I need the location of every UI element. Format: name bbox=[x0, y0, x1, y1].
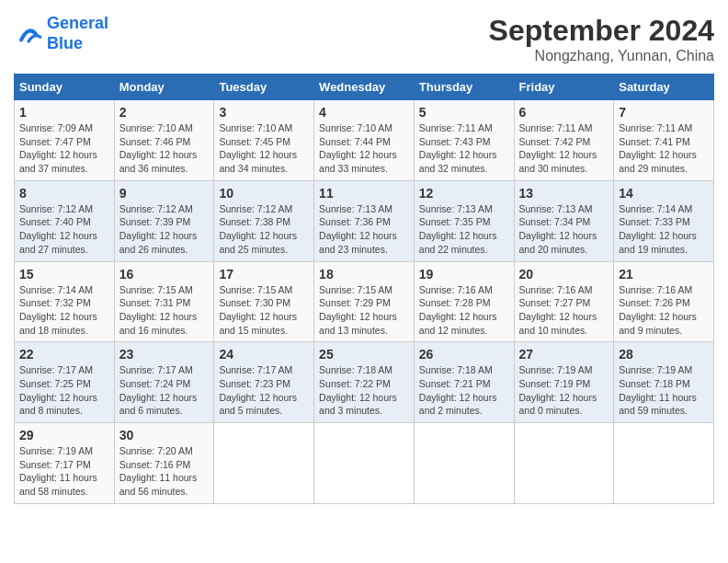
day-info: Sunrise: 7:16 AM Sunset: 7:26 PM Dayligh… bbox=[619, 283, 709, 338]
day-info: Sunrise: 7:15 AM Sunset: 7:31 PM Dayligh… bbox=[119, 283, 210, 338]
calendar-week: 15Sunrise: 7:14 AM Sunset: 7:32 PM Dayli… bbox=[15, 261, 714, 342]
day-number: 7 bbox=[619, 105, 709, 120]
day-info: Sunrise: 7:13 AM Sunset: 7:35 PM Dayligh… bbox=[419, 202, 509, 257]
day-cell: 23Sunrise: 7:17 AM Sunset: 7:24 PM Dayli… bbox=[114, 342, 214, 423]
day-number: 27 bbox=[519, 347, 609, 362]
day-number: 10 bbox=[219, 186, 309, 201]
day-number: 18 bbox=[319, 267, 409, 282]
day-cell: 13Sunrise: 7:13 AM Sunset: 7:34 PM Dayli… bbox=[514, 180, 614, 261]
day-info: Sunrise: 7:11 AM Sunset: 7:42 PM Dayligh… bbox=[519, 121, 609, 176]
day-number: 19 bbox=[419, 267, 509, 282]
day-info: Sunrise: 7:13 AM Sunset: 7:34 PM Dayligh… bbox=[519, 202, 609, 257]
empty-cell bbox=[514, 423, 614, 504]
day-cell: 8Sunrise: 7:12 AM Sunset: 7:40 PM Daylig… bbox=[15, 180, 115, 261]
day-info: Sunrise: 7:10 AM Sunset: 7:46 PM Dayligh… bbox=[119, 121, 210, 176]
day-info: Sunrise: 7:19 AM Sunset: 7:17 PM Dayligh… bbox=[19, 444, 109, 499]
location-subtitle: Nongzhang, Yunnan, China bbox=[489, 48, 714, 64]
day-cell: 9Sunrise: 7:12 AM Sunset: 7:39 PM Daylig… bbox=[114, 180, 214, 261]
day-info: Sunrise: 7:17 AM Sunset: 7:25 PM Dayligh… bbox=[19, 363, 109, 418]
calendar-week: 1Sunrise: 7:09 AM Sunset: 7:47 PM Daylig… bbox=[15, 100, 714, 181]
header-day: Friday bbox=[514, 75, 614, 100]
day-number: 30 bbox=[119, 428, 210, 442]
empty-cell bbox=[314, 423, 415, 504]
header-day: Saturday bbox=[614, 75, 714, 100]
day-cell: 26Sunrise: 7:18 AM Sunset: 7:21 PM Dayli… bbox=[414, 342, 514, 423]
calendar-week: 8Sunrise: 7:12 AM Sunset: 7:40 PM Daylig… bbox=[15, 180, 714, 261]
day-info: Sunrise: 7:10 AM Sunset: 7:44 PM Dayligh… bbox=[319, 121, 409, 176]
day-info: Sunrise: 7:13 AM Sunset: 7:36 PM Dayligh… bbox=[319, 202, 409, 257]
empty-cell bbox=[614, 423, 714, 504]
day-info: Sunrise: 7:16 AM Sunset: 7:28 PM Dayligh… bbox=[419, 283, 509, 338]
logo-line1: General bbox=[47, 14, 108, 32]
day-number: 5 bbox=[419, 105, 509, 120]
day-cell: 4Sunrise: 7:10 AM Sunset: 7:44 PM Daylig… bbox=[314, 100, 415, 181]
calendar-body: 1Sunrise: 7:09 AM Sunset: 7:47 PM Daylig… bbox=[15, 100, 714, 504]
month-title: September 2024 bbox=[489, 14, 714, 48]
day-cell: 10Sunrise: 7:12 AM Sunset: 7:38 PM Dayli… bbox=[214, 180, 314, 261]
day-cell: 20Sunrise: 7:16 AM Sunset: 7:27 PM Dayli… bbox=[514, 261, 614, 342]
day-number: 12 bbox=[419, 186, 509, 201]
day-cell: 5Sunrise: 7:11 AM Sunset: 7:43 PM Daylig… bbox=[414, 100, 514, 181]
calendar-week: 22Sunrise: 7:17 AM Sunset: 7:25 PM Dayli… bbox=[15, 342, 714, 423]
day-info: Sunrise: 7:18 AM Sunset: 7:22 PM Dayligh… bbox=[319, 363, 409, 418]
day-info: Sunrise: 7:14 AM Sunset: 7:32 PM Dayligh… bbox=[19, 283, 109, 338]
day-cell: 2Sunrise: 7:10 AM Sunset: 7:46 PM Daylig… bbox=[114, 100, 214, 181]
day-number: 29 bbox=[19, 428, 109, 442]
day-cell: 16Sunrise: 7:15 AM Sunset: 7:31 PM Dayli… bbox=[114, 261, 214, 342]
header-day: Wednesday bbox=[314, 75, 415, 100]
day-info: Sunrise: 7:12 AM Sunset: 7:38 PM Dayligh… bbox=[219, 202, 309, 257]
day-number: 25 bbox=[319, 347, 409, 362]
header-day: Sunday bbox=[15, 75, 115, 100]
day-cell: 25Sunrise: 7:18 AM Sunset: 7:22 PM Dayli… bbox=[314, 342, 415, 423]
day-cell: 3Sunrise: 7:10 AM Sunset: 7:45 PM Daylig… bbox=[214, 100, 314, 181]
day-number: 23 bbox=[119, 347, 210, 362]
day-cell: 21Sunrise: 7:16 AM Sunset: 7:26 PM Dayli… bbox=[614, 261, 714, 342]
day-info: Sunrise: 7:11 AM Sunset: 7:41 PM Dayligh… bbox=[619, 121, 709, 176]
day-number: 24 bbox=[219, 347, 309, 362]
day-info: Sunrise: 7:11 AM Sunset: 7:43 PM Dayligh… bbox=[419, 121, 509, 176]
day-cell: 1Sunrise: 7:09 AM Sunset: 7:47 PM Daylig… bbox=[15, 100, 115, 181]
day-number: 26 bbox=[419, 347, 509, 362]
day-info: Sunrise: 7:20 AM Sunset: 7:16 PM Dayligh… bbox=[119, 444, 210, 499]
day-cell: 6Sunrise: 7:11 AM Sunset: 7:42 PM Daylig… bbox=[514, 100, 614, 181]
day-cell: 14Sunrise: 7:14 AM Sunset: 7:33 PM Dayli… bbox=[614, 180, 714, 261]
day-info: Sunrise: 7:17 AM Sunset: 7:24 PM Dayligh… bbox=[119, 363, 210, 418]
day-number: 11 bbox=[319, 186, 409, 201]
day-cell: 29Sunrise: 7:19 AM Sunset: 7:17 PM Dayli… bbox=[15, 423, 115, 504]
day-cell: 28Sunrise: 7:19 AM Sunset: 7:18 PM Dayli… bbox=[614, 342, 714, 423]
day-number: 13 bbox=[519, 186, 609, 201]
day-cell: 30Sunrise: 7:20 AM Sunset: 7:16 PM Dayli… bbox=[114, 423, 214, 504]
day-cell: 24Sunrise: 7:17 AM Sunset: 7:23 PM Dayli… bbox=[214, 342, 314, 423]
day-number: 21 bbox=[619, 267, 709, 282]
empty-cell bbox=[214, 423, 314, 504]
day-number: 22 bbox=[19, 347, 109, 362]
day-info: Sunrise: 7:18 AM Sunset: 7:21 PM Dayligh… bbox=[419, 363, 509, 418]
day-info: Sunrise: 7:19 AM Sunset: 7:18 PM Dayligh… bbox=[619, 363, 709, 418]
page-header: General Blue September 2024 Nongzhang, Y… bbox=[14, 14, 714, 64]
day-number: 1 bbox=[19, 105, 109, 120]
day-cell: 22Sunrise: 7:17 AM Sunset: 7:25 PM Dayli… bbox=[15, 342, 115, 423]
day-number: 15 bbox=[19, 267, 109, 282]
empty-cell bbox=[414, 423, 514, 504]
title-block: September 2024 Nongzhang, Yunnan, China bbox=[489, 14, 714, 64]
logo: General Blue bbox=[14, 14, 108, 53]
day-number: 17 bbox=[219, 267, 309, 282]
day-info: Sunrise: 7:15 AM Sunset: 7:30 PM Dayligh… bbox=[219, 283, 309, 338]
day-info: Sunrise: 7:12 AM Sunset: 7:40 PM Dayligh… bbox=[19, 202, 109, 257]
day-cell: 17Sunrise: 7:15 AM Sunset: 7:30 PM Dayli… bbox=[214, 261, 314, 342]
logo-text: General Blue bbox=[47, 14, 108, 53]
day-number: 4 bbox=[319, 105, 409, 120]
day-cell: 19Sunrise: 7:16 AM Sunset: 7:28 PM Dayli… bbox=[414, 261, 514, 342]
day-cell: 27Sunrise: 7:19 AM Sunset: 7:19 PM Dayli… bbox=[514, 342, 614, 423]
day-info: Sunrise: 7:17 AM Sunset: 7:23 PM Dayligh… bbox=[219, 363, 309, 418]
day-cell: 12Sunrise: 7:13 AM Sunset: 7:35 PM Dayli… bbox=[414, 180, 514, 261]
day-number: 6 bbox=[519, 105, 609, 120]
header-day: Thursday bbox=[414, 75, 514, 100]
calendar-week: 29Sunrise: 7:19 AM Sunset: 7:17 PM Dayli… bbox=[15, 423, 714, 504]
day-info: Sunrise: 7:10 AM Sunset: 7:45 PM Dayligh… bbox=[219, 121, 309, 176]
header-day: Monday bbox=[114, 75, 214, 100]
header-row: SundayMondayTuesdayWednesdayThursdayFrid… bbox=[15, 75, 714, 100]
day-number: 16 bbox=[119, 267, 210, 282]
day-number: 28 bbox=[619, 347, 709, 362]
day-number: 14 bbox=[619, 186, 709, 201]
